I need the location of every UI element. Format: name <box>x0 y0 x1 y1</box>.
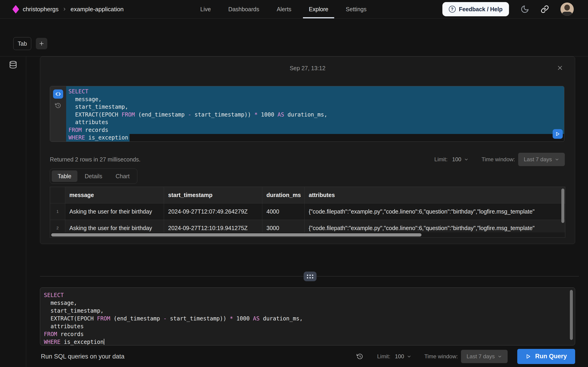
sql-editor-code[interactable]: SELECT message, start_timestamp, EXTRACT… <box>44 291 575 345</box>
cell-message: Asking the user for their birthday <box>65 203 164 220</box>
limit-value: 100 <box>452 156 461 163</box>
table-row: 2 Asking the user for their birthday 202… <box>50 220 565 232</box>
table-row: 1 Asking the user for their birthday 202… <box>50 203 565 220</box>
share-link-button[interactable] <box>541 5 549 13</box>
feedback-help-label: Feedback / Help <box>459 6 502 13</box>
close-icon <box>557 65 563 71</box>
cell-start-timestamp: 2024-09-27T12:10:19.941275Z <box>164 220 262 232</box>
chevron-down-icon <box>555 157 559 162</box>
user-avatar[interactable] <box>561 2 574 16</box>
add-tab-button[interactable] <box>36 38 47 49</box>
play-icon <box>526 354 531 359</box>
history-icon <box>55 102 61 109</box>
close-result-button[interactable] <box>556 64 564 72</box>
code-line: WHERE is_exception <box>44 338 575 345</box>
top-nav: christophergs example-application Live D… <box>0 0 588 19</box>
row-number-header <box>50 187 65 203</box>
table-header-row: message start_timestamp duration_ms attr… <box>50 187 565 203</box>
splitter-grip-handle[interactable] <box>304 272 317 281</box>
executed-sql-block: SELECT message, start_timestamp, EXTRACT… <box>50 86 564 142</box>
logfire-logo-icon <box>12 5 19 13</box>
code-line: message, <box>66 96 564 103</box>
code-line: attributes <box>66 119 564 126</box>
tab-details[interactable]: Details <box>79 170 108 182</box>
executed-sql-code[interactable]: SELECT message, start_timestamp, EXTRACT… <box>66 86 564 142</box>
time-window-dropdown[interactable]: Last 7 days <box>461 350 508 363</box>
nav-item-alerts[interactable]: Alerts <box>277 0 292 18</box>
breadcrumb-project[interactable]: example-application <box>70 6 124 13</box>
main-nav: Live Dashboards Alerts Explore Settings <box>200 0 367 18</box>
cell-start-timestamp: 2024-09-27T12:07:49.264279Z <box>164 203 262 220</box>
row-number: 2 <box>50 220 65 232</box>
query-timestamp: Sep 27, 13:12 <box>40 65 575 72</box>
code-line: start_timestamp, <box>44 307 575 315</box>
code-icon <box>55 91 61 97</box>
query-result-card: Sep 27, 13:12 SELECT message, sta <box>40 56 575 244</box>
cell-message: Asking the user for their birthday <box>65 220 164 232</box>
result-controls: Limit: 100 Time window: Last 7 days <box>434 153 565 166</box>
limit-label: Limit: <box>377 353 390 360</box>
code-line: EXTRACT(EPOCH FROM (end_timestamp - star… <box>44 315 575 323</box>
vertical-scrollbar-thumb[interactable] <box>561 189 564 223</box>
code-line: attributes <box>44 323 575 330</box>
text-selection: SELECT message, start_timestamp, EXTRACT… <box>66 86 564 134</box>
cell-duration-ms: 3000 <box>262 220 304 232</box>
breadcrumb-org[interactable]: christophergs <box>23 6 59 13</box>
help-circle-icon: ? <box>449 6 456 13</box>
nav-item-explore[interactable]: Explore <box>309 0 329 18</box>
time-window-value: Last 7 days <box>467 353 495 360</box>
chevron-down-icon <box>407 354 411 359</box>
sql-block-gutter <box>50 86 66 142</box>
footer-controls: Limit: 100 Time window: Last 7 days Run … <box>356 346 575 367</box>
column-header-attributes: attributes <box>304 187 565 203</box>
tab-table[interactable]: Table <box>52 170 78 182</box>
code-line: EXTRACT(EPOCH FROM (end_timestamp - star… <box>66 111 564 119</box>
column-header-duration-ms: duration_ms <box>262 187 304 203</box>
code-view-button[interactable] <box>53 90 63 99</box>
panel-splitter <box>40 272 579 281</box>
cell-attributes: {"code.filepath":"example.py","code.line… <box>304 203 565 220</box>
sql-editor[interactable]: SELECT message, start_timestamp, EXTRACT… <box>40 287 575 345</box>
query-tab[interactable]: Tab <box>13 37 31 50</box>
code-line: SELECT <box>44 291 575 299</box>
plus-icon <box>39 41 44 47</box>
nav-right: ? Feedback / Help <box>442 0 574 18</box>
result-status-text: Returned 2 rows in 27 milliseconds. <box>50 156 141 163</box>
nav-item-dashboards[interactable]: Dashboards <box>228 0 259 18</box>
limit-dropdown[interactable]: 100 <box>452 156 468 163</box>
play-icon <box>555 131 560 136</box>
query-history-button[interactable] <box>356 353 363 360</box>
editor-scrollbar-thumb[interactable] <box>570 290 573 340</box>
results-table: message start_timestamp duration_ms attr… <box>50 187 565 238</box>
query-history-button[interactable] <box>55 102 61 109</box>
horizontal-scrollbar[interactable] <box>50 232 565 238</box>
code-line: SELECT <box>66 88 564 96</box>
nav-item-settings[interactable]: Settings <box>346 0 366 18</box>
schema-browser-button[interactable] <box>8 60 18 70</box>
moon-icon <box>520 5 529 14</box>
code-line: FROM records <box>66 126 564 134</box>
dark-mode-toggle[interactable] <box>520 5 529 14</box>
brand: christophergs example-application <box>13 0 124 18</box>
time-window-value: Last 7 days <box>524 156 552 163</box>
editor-hint-text: Run SQL queries on your data <box>41 353 124 360</box>
feedback-help-button[interactable]: ? Feedback / Help <box>442 2 509 16</box>
time-window-dropdown[interactable]: Last 7 days <box>518 153 565 166</box>
breadcrumb: christophergs example-application <box>23 6 124 13</box>
code-line: start_timestamp, <box>66 103 564 111</box>
limit-label: Limit: <box>434 156 447 163</box>
run-query-label: Run Query <box>535 353 567 360</box>
left-rail <box>0 56 26 367</box>
run-query-button[interactable]: Run Query <box>517 349 575 364</box>
rerun-query-button[interactable] <box>553 129 563 139</box>
results-table-clip: message start_timestamp duration_ms attr… <box>50 187 565 232</box>
nav-item-live[interactable]: Live <box>200 0 211 18</box>
code-line: WHERE is_exception <box>66 134 564 142</box>
limit-value: 100 <box>395 353 404 360</box>
limit-dropdown[interactable]: 100 <box>395 353 411 360</box>
tab-chart[interactable]: Chart <box>110 170 136 182</box>
bottom-bar: Run SQL queries on your data Limit: 100 … <box>0 346 588 367</box>
database-icon <box>9 60 17 69</box>
text-cursor <box>104 339 104 345</box>
horizontal-scrollbar-thumb[interactable] <box>51 233 422 236</box>
